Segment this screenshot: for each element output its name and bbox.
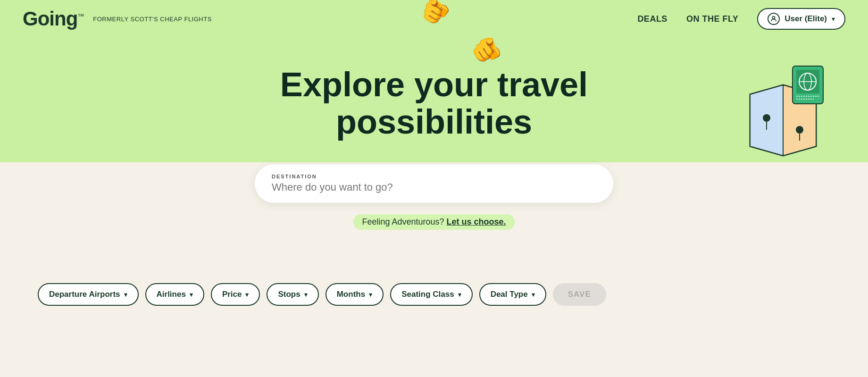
deals-nav-link[interactable]: DEALS bbox=[637, 14, 668, 24]
airlines-filter[interactable]: Airlines ▾ bbox=[145, 283, 204, 306]
nav-right: DEALS ON THE FLY User (Elite) ▾ bbox=[637, 8, 845, 30]
nav-left: 🫵 Going™ FORMERLY SCOTT'S CHEAP FLIGHTS bbox=[23, 9, 212, 29]
departure-airports-filter[interactable]: Departure Airports ▾ bbox=[38, 283, 139, 306]
logo-tm: ™ bbox=[77, 12, 83, 20]
adventurous-prompt: Feeling Adventurous? Let us choose. bbox=[353, 214, 514, 230]
search-label: DESTINATION bbox=[272, 174, 596, 179]
price-label: Price bbox=[222, 290, 242, 299]
months-label: Months bbox=[337, 290, 365, 299]
hand-decoration: 🫵 bbox=[417, 0, 454, 27]
hero-section: 🫵 Explore your travel possibilities DEST… bbox=[0, 38, 868, 264]
hero-title: Explore your travel possibilities bbox=[222, 66, 646, 141]
logo-text: Going bbox=[23, 8, 77, 30]
filter-bar: Departure Airports ▾ Airlines ▾ Price ▾ … bbox=[0, 269, 868, 306]
chevron-down-icon: ▾ bbox=[832, 15, 835, 23]
navbar: 🫵 Going™ FORMERLY SCOTT'S CHEAP FLIGHTS … bbox=[0, 0, 868, 38]
formerly-text: FORMERLY SCOTT'S CHEAP FLIGHTS bbox=[93, 16, 212, 23]
svg-point-7 bbox=[796, 126, 803, 134]
chevron-down-icon: ▾ bbox=[304, 291, 308, 298]
stops-filter[interactable]: Stops ▾ bbox=[267, 283, 318, 306]
svg-point-5 bbox=[763, 114, 770, 122]
chevron-down-icon: ▾ bbox=[532, 291, 535, 298]
logo: Going™ bbox=[23, 9, 83, 29]
deal-type-filter[interactable]: Deal Type ▾ bbox=[479, 283, 546, 306]
travel-illustration bbox=[736, 57, 830, 160]
chevron-down-icon: ▾ bbox=[458, 291, 461, 298]
seating-class-label: Seating Class bbox=[401, 290, 454, 299]
user-menu-button[interactable]: User (Elite) ▾ bbox=[757, 8, 845, 30]
user-icon bbox=[768, 13, 780, 25]
chevron-down-icon: ▾ bbox=[245, 291, 249, 298]
departure-airports-label: Departure Airports bbox=[49, 290, 120, 299]
save-button[interactable]: SAVE bbox=[553, 283, 606, 306]
seating-class-filter[interactable]: Seating Class ▾ bbox=[390, 283, 473, 306]
svg-point-0 bbox=[773, 17, 775, 19]
chevron-down-icon: ▾ bbox=[190, 291, 193, 298]
stops-label: Stops bbox=[278, 290, 300, 299]
chevron-down-icon: ▾ bbox=[369, 291, 372, 298]
deal-type-label: Deal Type bbox=[491, 290, 528, 299]
price-filter[interactable]: Price ▾ bbox=[211, 283, 260, 306]
months-filter[interactable]: Months ▾ bbox=[326, 283, 384, 306]
airlines-label: Airlines bbox=[157, 290, 186, 299]
chevron-down-icon: ▾ bbox=[124, 291, 127, 298]
user-label: User (Elite) bbox=[785, 14, 827, 24]
on-the-fly-nav-link[interactable]: ON THE FLY bbox=[686, 14, 738, 24]
let-us-choose-link[interactable]: Let us choose. bbox=[447, 217, 506, 226]
destination-search-input[interactable] bbox=[272, 181, 596, 193]
adventurous-prefix: Feeling Adventurous? bbox=[362, 217, 444, 226]
search-container: DESTINATION bbox=[255, 164, 613, 203]
